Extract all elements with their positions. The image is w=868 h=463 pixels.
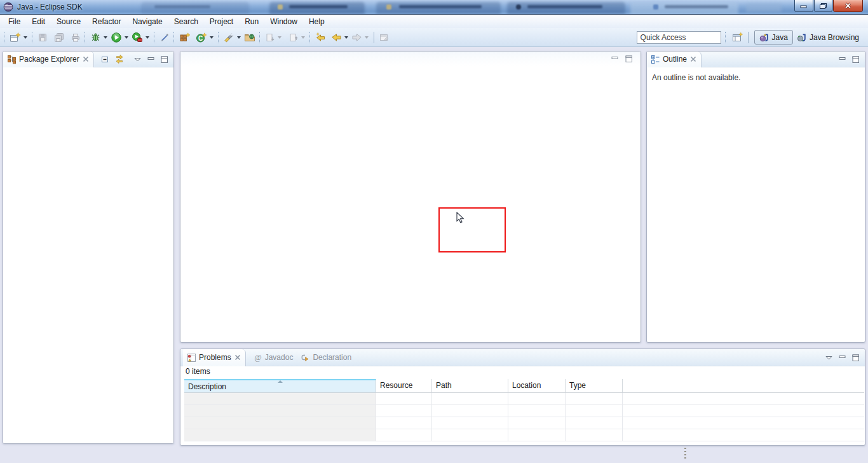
menu-help[interactable]: Help xyxy=(303,15,330,28)
menu-project[interactable]: Project xyxy=(204,15,239,28)
table-row xyxy=(184,429,864,441)
tab-javadoc[interactable]: @ Javadoc xyxy=(250,349,297,366)
open-perspective-icon xyxy=(732,32,743,43)
minimize-window-button[interactable] xyxy=(794,0,813,12)
open-task-button[interactable] xyxy=(243,30,257,45)
view-menu-icon[interactable] xyxy=(133,55,142,64)
perspective-bar-drag-handle[interactable] xyxy=(725,32,727,43)
quick-access-input[interactable] xyxy=(637,31,721,44)
new-wizard-button[interactable] xyxy=(8,30,22,45)
next-annotation-dropdown-disabled xyxy=(278,36,281,39)
toolbar-drag-handle[interactable] xyxy=(154,32,156,43)
maximize-editor-icon[interactable] xyxy=(625,55,633,63)
toolbar-drag-handle[interactable] xyxy=(259,32,261,43)
close-icon[interactable] xyxy=(689,55,697,63)
close-window-button[interactable] xyxy=(833,0,863,12)
sort-ascending-icon xyxy=(278,380,283,383)
column-header-description[interactable]: Description xyxy=(184,379,376,393)
status-bar-grip[interactable] xyxy=(684,448,686,460)
previous-annotation-dropdown-disabled xyxy=(301,36,305,39)
minimize-view-icon[interactable] xyxy=(147,55,155,64)
save-icon xyxy=(37,32,48,43)
menu-search[interactable]: Search xyxy=(168,15,204,28)
ghost-browser-tab xyxy=(376,2,501,15)
previous-annotation-button-disabled xyxy=(287,30,300,45)
column-header-path[interactable]: Path xyxy=(432,379,508,393)
search-dropdown[interactable] xyxy=(237,36,241,39)
problems-table-header-row: Description Resource Path Location Type xyxy=(184,379,864,393)
toolbar-separator xyxy=(374,32,374,43)
print-icon xyxy=(71,32,81,43)
toolbar-drag-handle[interactable] xyxy=(309,32,311,43)
ghost-tab-text xyxy=(527,5,602,8)
open-perspective-button[interactable] xyxy=(731,30,745,45)
new-java-project-button[interactable] xyxy=(178,30,192,45)
tab-outline[interactable]: Outline xyxy=(647,52,702,67)
perspective-java-button[interactable]: Java xyxy=(754,30,793,45)
run-last-external-tool-button[interactable] xyxy=(130,30,144,45)
column-header-filler xyxy=(623,379,864,393)
package-explorer-header: Package Explorer xyxy=(3,52,173,67)
menu-file[interactable]: File xyxy=(3,15,26,28)
restore-window-button[interactable] xyxy=(814,0,832,12)
last-edit-location-button[interactable] xyxy=(314,30,327,45)
declaration-tab-label: Declaration xyxy=(313,353,351,362)
print-button-disabled xyxy=(69,30,82,45)
menu-refactor[interactable]: Refactor xyxy=(86,15,126,28)
new-java-class-button[interactable]: C xyxy=(194,30,208,45)
link-with-editor-icon[interactable] xyxy=(114,54,125,64)
ghost-new-tab-button xyxy=(746,3,782,12)
close-icon[interactable] xyxy=(82,55,90,63)
menu-navigate[interactable]: Navigate xyxy=(126,15,168,28)
maximize-view-icon[interactable] xyxy=(160,55,168,64)
back-button[interactable] xyxy=(330,30,343,45)
svg-text:C: C xyxy=(198,34,203,41)
new-wizard-icon xyxy=(10,32,21,43)
save-button-disabled xyxy=(36,30,49,45)
pin-editor-button-disabled xyxy=(377,30,391,45)
forward-button-disabled xyxy=(350,30,363,45)
column-header-location[interactable]: Location xyxy=(508,379,566,393)
eclipse-logo-icon[interactable] xyxy=(3,2,13,12)
tab-problems[interactable]: Problems xyxy=(183,349,246,366)
minimize-view-icon[interactable] xyxy=(838,55,846,64)
run-button[interactable] xyxy=(109,30,123,45)
toggle-mark-occurrences-button[interactable] xyxy=(158,30,171,45)
toolbar-drag-handle[interactable] xyxy=(173,32,175,43)
maximize-view-icon[interactable] xyxy=(851,354,860,362)
run-dropdown[interactable] xyxy=(125,36,128,39)
window-title: Java - Eclipse SDK xyxy=(17,3,83,11)
menu-run[interactable]: Run xyxy=(239,15,264,28)
debug-button[interactable] xyxy=(89,30,102,45)
menu-edit[interactable]: Edit xyxy=(26,15,51,28)
tab-package-explorer[interactable]: Package Explorer xyxy=(3,52,94,67)
toolbar-drag-handle[interactable] xyxy=(4,32,6,43)
external-tools-dropdown[interactable] xyxy=(146,36,149,39)
collapse-all-icon[interactable] xyxy=(100,55,110,64)
last-edit-location-icon xyxy=(315,32,326,43)
menu-window[interactable]: Window xyxy=(264,15,303,28)
minimize-view-icon[interactable] xyxy=(838,354,846,362)
package-explorer-tab-label: Package Explorer xyxy=(19,55,79,64)
toolbar-drag-handle[interactable] xyxy=(218,32,220,43)
column-header-type[interactable]: Type xyxy=(566,379,623,393)
debug-dropdown[interactable] xyxy=(104,36,107,39)
perspective-java-browsing-label: Java Browsing xyxy=(810,33,859,42)
close-icon[interactable] xyxy=(234,354,241,361)
package-explorer-content[interactable] xyxy=(3,67,173,443)
perspective-java-browsing-button[interactable]: Java Browsing xyxy=(793,30,863,45)
new-java-project-icon xyxy=(179,32,191,43)
new-wizard-dropdown[interactable] xyxy=(24,36,27,39)
new-java-class-dropdown[interactable] xyxy=(210,36,214,39)
minimize-editor-icon[interactable] xyxy=(611,55,619,63)
menu-source[interactable]: Source xyxy=(51,15,86,28)
maximize-view-icon[interactable] xyxy=(851,55,860,64)
tab-declaration[interactable]: Declaration xyxy=(297,349,355,366)
column-header-resource[interactable]: Resource xyxy=(376,379,432,393)
back-dropdown[interactable] xyxy=(344,36,348,39)
view-menu-icon[interactable] xyxy=(825,354,833,362)
toolbar-drag-handle[interactable] xyxy=(32,32,34,43)
search-button[interactable] xyxy=(222,30,236,45)
toolbar-drag-handle[interactable] xyxy=(85,32,86,43)
ghost-browser-tab xyxy=(269,2,365,15)
